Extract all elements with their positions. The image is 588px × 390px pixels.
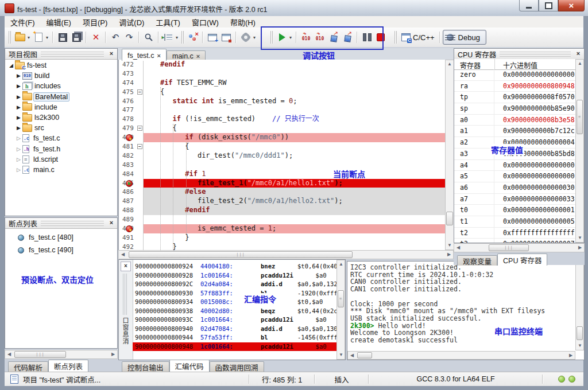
breakpoint-list-header[interactable]: 断点列表 × (5, 218, 117, 229)
register-row-t3[interactable]: t30x0000000000000007 (454, 239, 575, 243)
scroll-right-icon[interactable]: ▶ (567, 352, 575, 360)
breakpoint-icon[interactable] (126, 225, 133, 232)
scrollbar-thumb[interactable]: ≡ (338, 290, 344, 307)
gutter[interactable]: 476 (119, 97, 144, 106)
tree-item-5[interactable]: ▶ls2k300 (5, 112, 117, 123)
gutter[interactable]: 486 (119, 188, 144, 197)
goto-button[interactable] (161, 30, 175, 44)
maximize-button[interactable] (539, 0, 558, 11)
scroll-up-icon[interactable]: ▲ (337, 260, 345, 268)
register-row-t1[interactable]: t10x0000000000000005 (454, 216, 575, 228)
scrollbar-thumb[interactable] (577, 326, 583, 340)
fold-icon[interactable]: − (137, 89, 142, 95)
breakpoint-item-1[interactable]: fs_test.c [490] (5, 244, 117, 256)
step-over-button[interactable]: 010 (299, 30, 313, 44)
new-button[interactable] (32, 30, 45, 44)
scroll-left-icon[interactable]: ◀ (348, 352, 356, 360)
tree-item-8[interactable]: ▷fs_test.h (5, 144, 117, 154)
save-button[interactable] (56, 30, 69, 44)
gutter[interactable]: 490 (119, 224, 144, 233)
right-tab-0[interactable]: 观察变量 (457, 255, 497, 266)
menu-item-5[interactable]: 窗口(W) (186, 15, 225, 29)
gutter[interactable]: 484 (119, 170, 144, 179)
tree-arrow-icon[interactable]: ▷ (16, 135, 22, 141)
register-row-a0[interactable]: a00x90000000008b3e58 (454, 115, 575, 126)
registers-hscrollbar[interactable]: ◀ ▶ ||| (454, 243, 585, 252)
scroll-up-icon[interactable]: ▲ (446, 60, 454, 68)
menu-item-2[interactable]: 项目(P) (77, 15, 113, 29)
register-row-sp[interactable]: sp0x9000000000b85e90 (454, 103, 575, 115)
fold-icon[interactable]: − (137, 144, 142, 149)
tree-arrow-icon[interactable]: ◢ (8, 63, 14, 68)
tree-arrow-icon[interactable]: ▶ (16, 73, 22, 79)
scroll-down-icon[interactable]: ▼ (337, 351, 345, 359)
close-tab-icon[interactable]: × (196, 53, 200, 59)
scroll-left-icon[interactable]: ◀ (119, 251, 127, 259)
debug-perspective-button[interactable]: Debug (443, 30, 486, 45)
window-remove-button[interactable] (219, 30, 233, 44)
scroll-down-icon[interactable]: ▼ (446, 241, 454, 249)
minimize-button[interactable] (519, 0, 539, 11)
tree-item-6[interactable]: ▶src (5, 123, 117, 133)
editor-vscrollbar[interactable]: ▲ ▼ (445, 60, 454, 250)
register-row-a7[interactable]: a70x0000000000000033 (454, 194, 575, 205)
scroll-right-icon[interactable]: ▶ (445, 251, 453, 259)
register-row-zero[interactable]: zero0x0000000000000000 (454, 69, 575, 81)
open-button[interactable] (13, 30, 27, 44)
left-panel-hscrollbar[interactable]: ◀ ▶ ||| (5, 350, 118, 359)
gutter[interactable]: 488 (119, 206, 144, 215)
scrollbar-thumb[interactable]: ≡ (577, 100, 583, 134)
menu-item-4[interactable]: 工具(T) (150, 15, 186, 29)
gutter[interactable]: 489 (119, 215, 144, 224)
editor-hscrollbar[interactable]: ◀ ▶ ||| (118, 250, 454, 259)
gutter[interactable]: 485 (119, 179, 144, 188)
scrollbar-thumb[interactable] (357, 352, 372, 358)
bottom-tab-0[interactable]: 控制台输出 (122, 361, 169, 372)
gutter[interactable]: 480 (119, 133, 144, 142)
scroll-up-icon[interactable]: ▲ (576, 60, 584, 68)
register-row-t0[interactable]: t00x0000000000000001 (454, 205, 575, 216)
close-tab-icon[interactable]: × (157, 53, 161, 58)
close-button[interactable]: × (558, 0, 585, 11)
gutter[interactable]: 487 (119, 197, 144, 206)
close-panel-icon[interactable]: × (121, 262, 131, 271)
redo-button[interactable]: ↷ (122, 30, 136, 44)
left-tab-1[interactable]: 断点列表 (48, 360, 88, 372)
step-return-button[interactable] (341, 30, 354, 44)
gutter[interactable]: 481− (119, 142, 144, 151)
menu-item-3[interactable]: 调试(D) (113, 15, 150, 29)
tree-item-0[interactable]: ◢fs-test (5, 60, 117, 71)
console-vscrollbar[interactable]: ▼ (575, 262, 584, 350)
close-panel-icon[interactable]: × (574, 50, 582, 58)
gutter[interactable]: 472 (119, 60, 144, 69)
gutter[interactable]: 474 (119, 79, 144, 88)
settings-button[interactable] (239, 30, 253, 44)
menu-item-0[interactable]: 文件(F) (5, 15, 41, 29)
gutter[interactable]: 483 (119, 161, 144, 170)
cpp-perspective-button[interactable]: C/C++ (399, 32, 437, 43)
cpu-registers-header[interactable]: CPU 寄存器 × (454, 49, 584, 60)
gutter[interactable]: 475− (119, 88, 144, 97)
fold-icon[interactable]: − (137, 126, 142, 131)
run-button[interactable] (275, 30, 289, 44)
scroll-right-icon[interactable]: ▶ (576, 244, 584, 252)
register-row-ra[interactable]: ra0x9000000000800948 (454, 81, 575, 92)
scrollbar-thumb[interactable]: ||| (129, 251, 353, 258)
tree-item-1[interactable]: ▶build (5, 71, 117, 81)
tree-item-3[interactable]: ▶BareMetal (5, 92, 117, 102)
stop-button[interactable] (374, 30, 388, 44)
tree-arrow-icon[interactable]: ▶ (16, 125, 22, 131)
menu-item-1[interactable]: 编辑(E) (41, 15, 77, 29)
tree-arrow-icon[interactable]: ▶ (16, 104, 22, 110)
scrollbar-thumb[interactable] (446, 212, 453, 225)
toolbar-grip[interactable] (394, 31, 397, 44)
project-view-header[interactable]: 项目视图 × (5, 49, 117, 60)
tree-item-9[interactable]: ▷ld.script (5, 154, 117, 165)
breakpoint-item-0[interactable]: fs_test.c [480] (5, 231, 117, 244)
scrollbar-thumb[interactable]: ||| (14, 351, 66, 358)
editor-tab-0[interactable]: fs_test.c× (122, 49, 167, 61)
register-row-t2[interactable]: t20xffffffffffffffff (454, 228, 575, 239)
tree-arrow-icon[interactable]: ▷ (16, 167, 22, 173)
step-into-button[interactable]: 010 (313, 30, 327, 44)
scroll-right-icon[interactable]: ▶ (109, 350, 117, 358)
